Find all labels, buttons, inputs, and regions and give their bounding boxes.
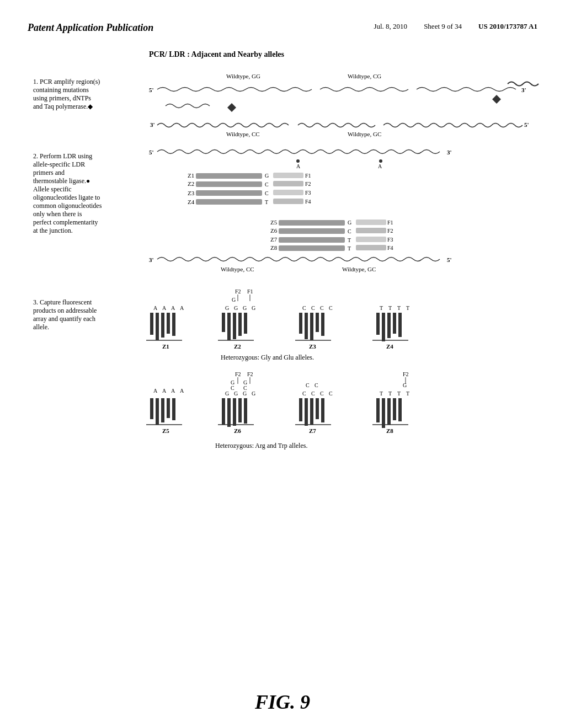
svg-text:A: A	[171, 305, 175, 311]
svg-text:3': 3'	[447, 149, 452, 156]
svg-rect-51	[279, 220, 345, 226]
svg-text:Allele specific: Allele specific	[33, 185, 72, 193]
svg-text:Z3: Z3	[188, 190, 195, 196]
svg-text:common oligonucleotides: common oligonucleotides	[33, 202, 102, 210]
header-title: Patent Application Publication	[28, 22, 153, 34]
svg-text:G: G	[252, 390, 255, 397]
svg-text:T: T	[388, 305, 392, 311]
svg-text:3': 3'	[521, 87, 526, 93]
svg-text:Z4: Z4	[386, 343, 393, 350]
main-diagram: 1. PCR amplify region(s) containing muta…	[28, 67, 537, 674]
svg-rect-63	[356, 237, 386, 242]
svg-text:using primers, dNTPs: using primers, dNTPs	[33, 94, 91, 102]
svg-rect-58	[356, 228, 386, 233]
svg-rect-172	[305, 398, 308, 426]
svg-rect-117	[321, 313, 324, 336]
svg-rect-161	[172, 398, 175, 420]
section-title: PCR/ LDR : Adjacent and Nearby alleles	[149, 50, 537, 59]
svg-text:Z8: Z8	[270, 244, 278, 251]
svg-text:Z2: Z2	[188, 180, 194, 187]
svg-text:5': 5'	[447, 256, 452, 263]
svg-rect-175	[321, 398, 324, 422]
svg-text:C: C	[306, 382, 310, 388]
svg-text:Wildtype, GC: Wildtype, GC	[348, 131, 381, 137]
svg-rect-53	[356, 220, 386, 225]
svg-rect-113	[299, 313, 302, 334]
page-header: Patent Application Publication Jul. 8, 2…	[28, 22, 537, 34]
svg-text:Z5: Z5	[162, 427, 169, 434]
svg-text:Wildtype, GG: Wildtype, GG	[226, 73, 260, 79]
svg-text:Z2: Z2	[234, 343, 241, 350]
svg-rect-181	[393, 398, 396, 420]
svg-text:Heterozygous: Gly and Glu alle: Heterozygous: Gly and Glu alleles.	[221, 354, 314, 361]
svg-rect-41	[273, 190, 303, 195]
svg-rect-109	[238, 313, 242, 336]
svg-text:C: C	[315, 382, 318, 388]
svg-text:F3: F3	[387, 237, 393, 243]
svg-text:Z6: Z6	[270, 227, 278, 234]
svg-text:C: C	[329, 390, 333, 397]
svg-text:G: G	[232, 297, 236, 303]
svg-rect-167	[238, 398, 242, 422]
svg-rect-66	[279, 245, 345, 251]
svg-text:5': 5'	[149, 149, 154, 156]
svg-text:C: C	[320, 305, 324, 311]
svg-text:allele-specific LDR: allele-specific LDR	[33, 160, 85, 168]
svg-rect-171	[299, 398, 302, 421]
svg-rect-157	[150, 398, 153, 419]
svg-text:5': 5'	[149, 87, 154, 93]
svg-rect-103	[172, 313, 175, 336]
svg-text:and Taq polymerase.◆: and Taq polymerase.◆	[33, 103, 93, 110]
svg-text:only when there is: only when there is	[33, 210, 82, 218]
svg-text:A: A	[162, 388, 167, 394]
svg-text:2. Perform LDR using: 2. Perform LDR using	[33, 152, 92, 160]
svg-text:C: C	[348, 228, 351, 234]
svg-rect-164	[222, 398, 225, 425]
svg-text:Z3: Z3	[309, 343, 316, 350]
svg-rect-123	[393, 313, 396, 334]
svg-point-48	[379, 159, 382, 163]
svg-text:Z7: Z7	[270, 236, 278, 243]
svg-text:G: G	[243, 305, 247, 311]
svg-rect-116	[316, 313, 319, 332]
svg-text:G: G	[234, 305, 238, 311]
svg-text:Wildtype, CG: Wildtype, CG	[348, 73, 381, 79]
svg-text:G: G	[348, 220, 351, 226]
svg-text:C: C	[320, 390, 324, 397]
svg-marker-8	[492, 95, 501, 104]
svg-text:T: T	[406, 390, 409, 397]
svg-rect-115	[310, 313, 313, 340]
svg-text:C: C	[265, 190, 269, 196]
svg-text:G: G	[234, 390, 238, 397]
svg-rect-44	[196, 199, 262, 205]
svg-rect-36	[273, 181, 303, 186]
svg-rect-124	[398, 313, 402, 337]
svg-text:A: A	[180, 388, 184, 394]
svg-text:F2: F2	[235, 288, 241, 295]
svg-text:C: C	[302, 305, 306, 311]
svg-text:C: C	[311, 305, 315, 311]
svg-text:T: T	[348, 237, 351, 243]
svg-text:A: A	[180, 305, 184, 311]
header-sheet: Sheet 9 of 34	[424, 22, 462, 31]
svg-text:F2: F2	[247, 371, 253, 377]
svg-text:1. PCR amplify region(s): 1. PCR amplify region(s)	[33, 78, 100, 85]
svg-text:G: G	[243, 390, 247, 397]
header-patent: US 2010/173787 A1	[478, 22, 537, 31]
diagram-svg: 1. PCR amplify region(s) containing muta…	[28, 67, 552, 674]
svg-rect-110	[244, 313, 247, 334]
svg-text:T: T	[265, 199, 268, 205]
svg-rect-107	[227, 313, 231, 340]
svg-text:G: G	[403, 382, 407, 388]
svg-text:3': 3'	[150, 121, 155, 128]
svg-text:F1: F1	[305, 173, 311, 179]
svg-marker-9	[227, 103, 236, 112]
svg-text:A: A	[162, 305, 167, 311]
svg-text:C: C	[311, 390, 315, 397]
svg-rect-122	[387, 313, 391, 338]
svg-text:F2: F2	[403, 371, 409, 377]
svg-rect-165	[227, 398, 231, 427]
svg-text:Wildtype, CC: Wildtype, CC	[226, 131, 260, 137]
svg-rect-61	[279, 237, 345, 243]
svg-text:products on addressable: products on addressable	[33, 307, 97, 314]
